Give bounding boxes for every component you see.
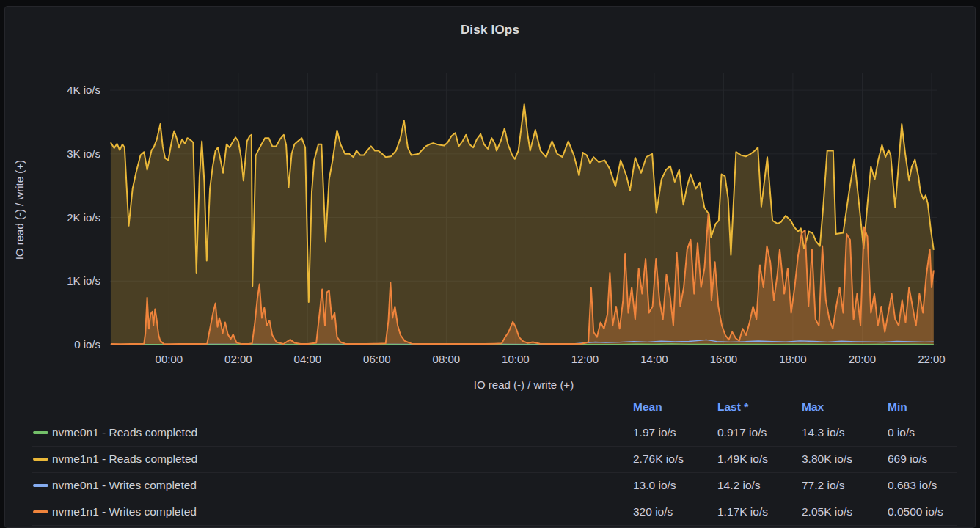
x-axis-title: IO read (-) / write (+) (110, 378, 937, 391)
x-tick-label: 02:00 (213, 353, 264, 366)
legend-stat-max: 3.80K io/s (802, 452, 884, 466)
x-tick-label: 22:00 (906, 353, 957, 366)
legend-stat-min: 669 io/s (888, 452, 970, 466)
timeseries-chart[interactable] (110, 73, 937, 350)
legend-stat-max: 14.3 io/s (802, 425, 884, 440)
legend-series-label[interactable]: nvme1n1 - Writes completed (52, 505, 197, 519)
legend-series-label[interactable]: nvme1n1 - Reads completed (52, 452, 197, 466)
y-axis-title-text: IO read (-) / write (+) (13, 160, 26, 260)
y-tick-label: 4K io/s (26, 84, 100, 97)
panel-title[interactable]: Disk IOps (5, 23, 975, 37)
legend-stat-last: 14.2 io/s (717, 478, 800, 493)
y-tick-label: 3K io/s (26, 147, 100, 161)
y-tick-label: 0 io/s (26, 338, 100, 351)
legend-column-header-last[interactable]: Last * (717, 400, 800, 414)
y-axis-title: IO read (-) / write (+) (10, 73, 29, 348)
x-tick-label: 10:00 (490, 353, 541, 366)
y-tick-label: 1K io/s (26, 274, 100, 287)
x-tick-label: 08:00 (420, 353, 472, 366)
legend-column-header-max[interactable]: Max (802, 400, 884, 414)
legend-row-divider (32, 472, 957, 473)
x-tick-label: 16:00 (698, 353, 749, 366)
legend-column-header-mean[interactable]: Mean (633, 400, 715, 414)
legend-stat-last: 1.49K io/s (717, 452, 800, 466)
legend-stat-last: 0.917 io/s (717, 425, 800, 440)
x-tick-label: 12:00 (559, 353, 610, 366)
legend-stat-max: 2.05K io/s (802, 505, 884, 519)
legend-stat-min: 0.0500 io/s (888, 505, 970, 519)
legend-series-label[interactable]: nvme0n1 - Writes completed (52, 478, 197, 493)
legend-column-header-min[interactable]: Min (888, 400, 970, 414)
legend-stat-mean: 13.0 io/s (633, 478, 715, 493)
x-tick-label: 06:00 (351, 353, 403, 366)
x-tick-label: 00:00 (143, 353, 194, 366)
legend-series-label[interactable]: nvme0n1 - Reads completed (52, 425, 197, 440)
legend-stat-min: 0 io/s (888, 425, 970, 440)
x-tick-label: 14:00 (629, 353, 680, 366)
x-tick-label: 04:00 (282, 353, 333, 366)
y-tick-label: 2K io/s (26, 211, 100, 224)
legend-stat-mean: 320 io/s (633, 505, 715, 519)
legend-row-divider (32, 525, 957, 526)
legend-stat-max: 77.2 io/s (802, 478, 884, 493)
x-tick-label: 18:00 (767, 353, 819, 366)
series-color-swatch (33, 484, 48, 487)
screenshot-root: Disk IOps IO read (-) / write (+) 0 io/s… (0, 0, 980, 528)
legend-row-divider (32, 499, 957, 499)
series-color-swatch (33, 431, 48, 434)
legend-stat-mean: 1.97 io/s (633, 425, 715, 440)
series-color-swatch (33, 510, 48, 513)
legend-stat-last: 1.17K io/s (717, 505, 800, 519)
legend-row-divider (32, 419, 957, 419)
legend-stat-mean: 2.76K io/s (633, 452, 715, 466)
disk-iops-panel: Disk IOps IO read (-) / write (+) 0 io/s… (4, 6, 976, 528)
x-tick-label: 20:00 (836, 353, 888, 366)
series-color-swatch (33, 458, 48, 461)
legend-stat-min: 0.683 io/s (888, 478, 970, 493)
legend-row-divider (32, 446, 957, 447)
